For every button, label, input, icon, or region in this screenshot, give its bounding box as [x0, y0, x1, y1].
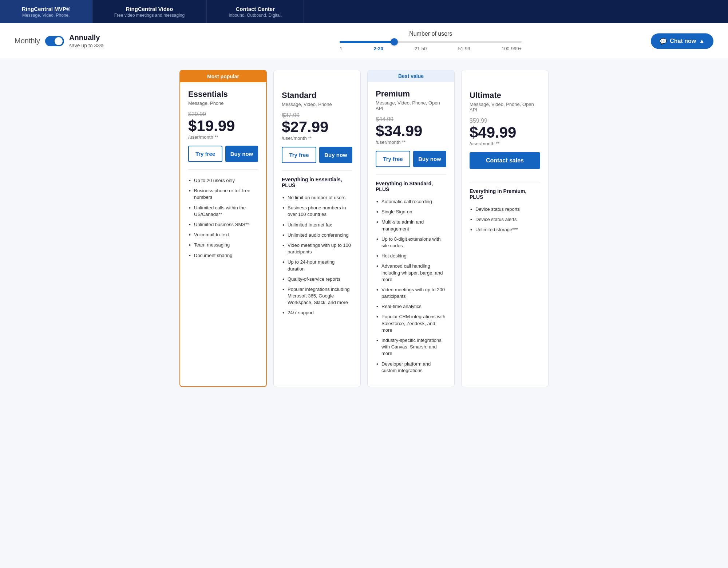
feature-item: Device status alerts	[470, 214, 540, 225]
chat-now-button[interactable]: 💬 Chat now ▲	[651, 33, 713, 49]
essentials-features: Up to 20 users only Business phone or to…	[188, 175, 258, 261]
standard-plan-desc: Message, Video, Phone	[282, 102, 352, 107]
controls-bar: Monthly Annually save up to 33% Number o…	[0, 23, 728, 59]
tick-100-999[interactable]: 100-999+	[502, 46, 522, 51]
top-nav: RingCentral MVP® Message. Video. Phone. …	[0, 0, 728, 23]
essentials-current-price: $19.99	[188, 118, 258, 134]
pricing-section: Most popular Essentials Message, Phone $…	[0, 59, 728, 409]
save-label: save up to 33%	[69, 43, 104, 48]
feature-item: Popular integrations including Microsoft…	[282, 284, 352, 308]
premium-features-header: Everything in Standard, PLUS	[376, 181, 446, 192]
feature-item: Video meetings with up to 100 participan…	[282, 240, 352, 257]
feature-item: Unlimited calls within the US/Canada**	[188, 203, 258, 220]
plan-card-standard: Standard Message, Video, Phone $37.99 $2…	[273, 70, 361, 387]
feature-item: Up to 20 users only	[188, 175, 258, 186]
premium-btn-group: Try free Buy now	[376, 151, 446, 167]
nav-item-contact[interactable]: Contact Center Inbound. Outbound. Digita…	[207, 0, 304, 23]
essentials-plan-name: Essentials	[188, 90, 258, 99]
premium-plan-name: Premium	[376, 89, 446, 99]
feature-item: Team messaging	[188, 240, 258, 250]
ultimate-plan-desc: Message, Video, Phone, Open API	[470, 102, 540, 113]
users-slider-section: Number of users 1 2-20 21-50 51-99 100-9…	[148, 31, 713, 51]
feature-item: Automatic call recording	[376, 197, 446, 207]
slider-fill	[340, 41, 394, 43]
tick-21-50[interactable]: 21-50	[415, 46, 427, 51]
feature-item: Unlimited audio conferencing	[282, 230, 352, 240]
feature-item: Developer platform and custom integratio…	[376, 359, 446, 376]
feature-item: Video meetings with up to 200 participan…	[376, 285, 446, 301]
premium-card-body: Premium Message, Video, Phone, Open API …	[368, 82, 454, 376]
premium-price-period: /user/month **	[376, 139, 446, 145]
ultimate-badge-spacer	[462, 70, 548, 83]
popular-badge: Most popular	[180, 71, 266, 82]
ultimate-current-price: $49.99	[470, 125, 540, 140]
slider-thumb[interactable]	[391, 38, 398, 46]
ultimate-contact-button[interactable]: Contact sales	[470, 152, 540, 169]
chat-now-label: Chat now	[670, 38, 696, 44]
standard-buy-button[interactable]: Buy now	[319, 147, 352, 163]
slider-track[interactable]	[340, 41, 522, 43]
feature-item: Popular CRM integrations with Salesforce…	[376, 312, 446, 335]
standard-original-price: $37.99	[282, 112, 352, 119]
essentials-btn-group: Try free Buy now	[188, 146, 258, 162]
feature-item: Up to 24-hour meeting duration	[282, 257, 352, 274]
nav-sub-video: Free video meetings and messaging	[114, 13, 185, 18]
feature-item: Up to 8-digit extensions with site codes	[376, 234, 446, 251]
standard-features-header: Everything in Essentials, PLUS	[282, 177, 352, 188]
best-value-badge: Best value	[368, 70, 454, 82]
essentials-buy-button[interactable]: Buy now	[225, 146, 258, 162]
ultimate-price-period: /user/month **	[470, 141, 540, 146]
nav-spacer	[304, 0, 728, 23]
plan-card-essentials: Most popular Essentials Message, Phone $…	[179, 70, 267, 387]
essentials-original-price: $29.99	[188, 111, 258, 118]
premium-features: Automatic call recording Single Sign-on …	[376, 197, 446, 376]
standard-badge-spacer	[274, 70, 360, 83]
feature-item: Business phone numbers in over 100 count…	[282, 203, 352, 220]
plan-card-ultimate: Ultimate Message, Video, Phone, Open API…	[461, 70, 549, 387]
ultimate-original-price: $59.99	[470, 118, 540, 124]
standard-try-button[interactable]: Try free	[282, 147, 316, 163]
annually-group: Annually save up to 33%	[69, 33, 104, 48]
ultimate-divider	[470, 182, 540, 182]
feature-item: Unlimited storage***	[470, 225, 540, 235]
premium-buy-button[interactable]: Buy now	[413, 151, 446, 167]
feature-item: Advanced call handling including whisper…	[376, 261, 446, 285]
feature-item: Voicemail-to-text	[188, 230, 258, 240]
feature-item: Unlimited business SMS**	[188, 220, 258, 230]
feature-item: Unlimited internet fax	[282, 220, 352, 230]
nav-title-mvp: RingCentral MVP®	[22, 6, 70, 12]
feature-item: Multi-site admin and management	[376, 217, 446, 234]
monthly-label: Monthly	[15, 37, 40, 45]
premium-try-button[interactable]: Try free	[376, 151, 410, 167]
nav-item-video[interactable]: RingCentral Video Free video meetings an…	[92, 0, 207, 23]
ultimate-features-header: Everything in Premium, PLUS	[470, 188, 540, 200]
feature-item: Business phone or toll-free numbers	[188, 186, 258, 202]
essentials-price-period: /user/month **	[188, 134, 258, 140]
tick-1[interactable]: 1	[340, 46, 342, 51]
feature-item: Hot desking	[376, 251, 446, 261]
ultimate-card-body: Ultimate Message, Video, Phone, Open API…	[462, 83, 548, 235]
slider-label: Number of users	[409, 31, 452, 37]
nav-item-mvp[interactable]: RingCentral MVP® Message. Video. Phone.	[0, 0, 92, 23]
premium-current-price: $34.99	[376, 123, 446, 139]
standard-divider	[282, 170, 352, 171]
premium-plan-desc: Message, Video, Phone, Open API	[376, 100, 446, 111]
billing-toggle-switch[interactable]	[45, 36, 64, 46]
essentials-divider	[188, 169, 258, 170]
feature-item: Document sharing	[188, 251, 258, 261]
nav-sub-contact: Inbound. Outbound. Digital.	[229, 13, 282, 18]
standard-price-period: /user/month **	[282, 135, 352, 141]
feature-item: Device status reports	[470, 204, 540, 214]
chat-icon: 💬	[660, 38, 667, 44]
essentials-card-body: Essentials Message, Phone $29.99 $19.99 …	[180, 82, 266, 261]
tick-2-20[interactable]: 2-20	[374, 46, 383, 51]
ultimate-plan-name: Ultimate	[470, 91, 540, 100]
standard-features: No limit on number of users Business pho…	[282, 193, 352, 318]
essentials-try-button[interactable]: Try free	[188, 146, 222, 162]
annually-label: Annually	[69, 33, 104, 42]
toggle-thumb	[55, 37, 63, 45]
plan-card-premium: Best value Premium Message, Video, Phone…	[367, 70, 455, 387]
tick-51-99[interactable]: 51-99	[458, 46, 470, 51]
feature-item: Real-time analytics	[376, 301, 446, 312]
premium-divider	[376, 174, 446, 175]
